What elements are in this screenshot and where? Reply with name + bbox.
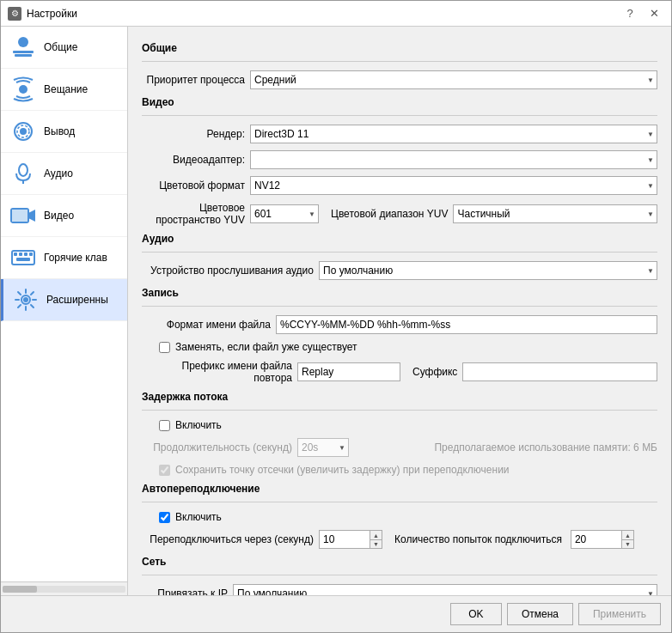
sidebar-label-output: Вывод (44, 125, 75, 137)
prefix-label: Префикс имени файла повтора (142, 360, 292, 384)
sidebar-label-general: Общие (44, 41, 77, 53)
ok-button[interactable]: OK (450, 603, 502, 625)
sidebar-item-video[interactable]: Видео (1, 195, 127, 237)
svg-rect-13 (14, 253, 17, 256)
general-icon (9, 33, 37, 61)
save-checkpoint-row: Сохранить точку отсечки (увеличить задер… (159, 464, 657, 476)
bottom-bar: OK Отмена Применить (1, 595, 671, 632)
svg-rect-2 (15, 54, 32, 57)
help-button[interactable]: ? (620, 5, 640, 22)
process-priority-row: Приоритет процесса Средний (142, 70, 657, 89)
main-content: Общие Вещание Вывод Аудио (1, 27, 671, 595)
window-title: Настройки (27, 8, 77, 20)
main-panel: Общие Приоритет процесса Средний Видео Р… (128, 27, 671, 595)
prefix-row: Префикс имени файла повтора Суффикс (142, 360, 657, 384)
bind-ip-select[interactable]: По умолчанию (233, 584, 657, 595)
svg-point-5 (20, 128, 27, 135)
filename-format-input[interactable] (276, 315, 657, 334)
svg-rect-14 (19, 253, 22, 256)
reconnect-enable-row: Включить (159, 511, 657, 523)
delay-memory-label: Предполагаемое использование памяти: 6 М… (361, 441, 657, 453)
delay-duration-select[interactable]: 20s (297, 438, 349, 457)
sidebar-item-output[interactable]: Вывод (1, 111, 127, 153)
video-icon (9, 202, 37, 229)
prefix-input[interactable] (297, 362, 400, 381)
yuv-space-select[interactable]: 601 (250, 204, 319, 223)
process-priority-select[interactable]: Средний (250, 70, 657, 89)
hotkeys-icon (9, 244, 37, 271)
section-header-audio: Аудио (142, 233, 657, 245)
render-select-wrapper: Direct3D 11 (250, 125, 657, 143)
delay-duration-select-wrapper: 20s (297, 438, 349, 457)
section-header-general: Общие (142, 42, 657, 54)
yuv-range-select[interactable]: Частичный (453, 204, 657, 223)
render-label: Рендер: (142, 128, 245, 140)
sidebar-item-advanced[interactable]: Расширенны (1, 279, 127, 321)
reconnect-interval-input[interactable] (319, 530, 370, 549)
monitoring-select[interactable]: По умолчанию (319, 261, 657, 280)
adapter-label: Видеоадаптер: (142, 154, 245, 166)
broadcast-icon (9, 76, 37, 103)
section-header-stream-delay: Задержка потока (142, 391, 657, 403)
bind-ip-row: Привязать к IP По умолчанию (142, 584, 657, 595)
svg-rect-15 (24, 253, 27, 256)
delay-enable-row: Включить (159, 419, 657, 431)
section-header-reconnect: Автопереподключение (142, 483, 657, 495)
advanced-icon (12, 286, 40, 313)
monitoring-label: Устройство прослушивания аудио (142, 265, 314, 277)
delay-enable-checkbox[interactable] (159, 420, 170, 431)
suffix-input[interactable] (462, 362, 657, 381)
save-checkpoint-label: Сохранить точку отсечки (увеличить задер… (175, 464, 510, 476)
render-row: Рендер: Direct3D 11 (142, 125, 657, 143)
reconnect-attempts-input[interactable] (571, 530, 622, 549)
delay-duration-label: Продолжительность (секунд) (142, 441, 292, 453)
reconnect-interval-up[interactable]: ▲ (370, 530, 382, 539)
sidebar-item-hotkeys[interactable]: Горячие клав (1, 237, 127, 279)
svg-point-3 (19, 85, 27, 94)
section-header-network: Сеть (142, 556, 657, 568)
title-buttons: ? ✕ (620, 5, 664, 22)
cancel-button[interactable]: Отмена (507, 603, 573, 625)
reconnect-attempts-up[interactable]: ▲ (622, 530, 634, 539)
save-checkpoint-checkbox[interactable] (159, 465, 170, 476)
reconnect-attempts-spinbtns: ▲ ▼ (622, 530, 634, 549)
close-button[interactable]: ✕ (644, 5, 664, 22)
sidebar-label-broadcast: Вещание (44, 83, 88, 95)
sidebar-label-advanced: Расширенны (46, 294, 108, 306)
output-icon (9, 118, 37, 145)
delay-duration-row: Продолжительность (секунд) 20s Предполаг… (142, 438, 657, 457)
reconnect-attempts-down[interactable]: ▼ (622, 539, 634, 549)
adapter-select[interactable] (250, 150, 657, 169)
replace-checkbox[interactable] (159, 342, 170, 353)
sidebar-item-broadcast[interactable]: Вещание (1, 69, 127, 111)
monitoring-row: Устройство прослушивания аудио По умолча… (142, 261, 657, 280)
render-select[interactable]: Direct3D 11 (250, 125, 657, 143)
svg-point-19 (23, 297, 28, 302)
scrollbar-track (3, 586, 125, 593)
process-priority-select-wrapper: Средний (250, 70, 657, 89)
process-priority-label: Приоритет процесса (142, 74, 245, 86)
reconnect-interval-spinner: ▲ ▼ (319, 530, 382, 549)
reconnect-enable-checkbox[interactable] (159, 512, 170, 523)
bind-ip-label: Привязать к IP (142, 587, 228, 595)
reconnect-attempts-spinner: ▲ ▼ (571, 530, 634, 549)
yuv-space-label: Цветовое пространство YUV (142, 202, 245, 226)
svg-marker-11 (28, 210, 35, 222)
apply-button[interactable]: Применить (578, 603, 661, 625)
reconnect-interval-row: Переподключиться через (секунд) ▲ ▼ Коли… (142, 530, 657, 549)
section-header-record: Запись (142, 287, 657, 299)
sidebar-item-general[interactable]: Общие (1, 27, 127, 69)
sidebar-label-audio: Аудио (44, 167, 73, 180)
color-format-select[interactable]: NV12 (250, 176, 657, 195)
svg-rect-17 (16, 258, 30, 261)
sidebar-item-audio[interactable]: Аудио (1, 153, 127, 195)
svg-rect-16 (29, 253, 33, 256)
reconnect-enable-label: Включить (175, 511, 222, 523)
reconnect-interval-down[interactable]: ▼ (370, 539, 382, 549)
sidebar-scrollbar[interactable] (1, 581, 127, 595)
suffix-label: Суффикс (412, 366, 457, 378)
color-format-label: Цветовой формат (142, 180, 245, 192)
reconnect-interval-label: Переподключиться через (секунд) (142, 533, 314, 545)
replace-label: Заменять, если файл уже существует (175, 341, 357, 353)
title-bar-left: ⚙ Настройки (8, 7, 77, 21)
